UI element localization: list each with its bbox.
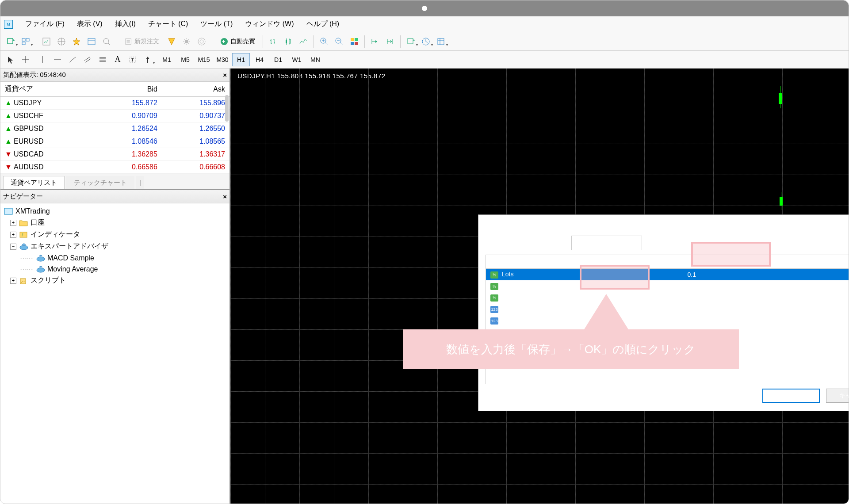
mw-row-gbpusd[interactable]: ▲GBPUSD1.265241.26550 [0, 122, 229, 135]
svg-point-10 [198, 38, 205, 45]
crosshair-button[interactable] [19, 53, 32, 66]
menu-chart[interactable]: チャート (C) [148, 19, 188, 29]
horizontal-line-button[interactable] [51, 53, 64, 66]
text-label-button[interactable]: T [126, 53, 139, 66]
collapse-icon[interactable]: − [10, 244, 16, 250]
timeframe-h4[interactable]: H4 [251, 53, 268, 66]
mw-tab-more[interactable]: | [136, 176, 144, 189]
mw-row-eurusd[interactable]: ▲EURUSD1.085461.08565 [0, 135, 229, 148]
expand-icon[interactable]: + [10, 220, 16, 226]
titlebar-handle-icon [422, 6, 427, 11]
dialog-tab-version[interactable]: バージョン情報 [486, 235, 544, 250]
script-icon [19, 277, 28, 285]
auto-trade-button[interactable]: 自動売買 [216, 35, 259, 48]
mw-col-bid[interactable]: Bid [94, 82, 162, 97]
timeframe-mn[interactable]: MN [306, 53, 324, 66]
svg-point-11 [200, 40, 203, 43]
market-watch-table: 通貨ペア Bid Ask ▲USDJPY155.872155.896▲USDCH… [0, 82, 229, 174]
market-watch-close-icon[interactable]: × [223, 71, 227, 79]
mw-tab-tick[interactable]: ティックチャート [66, 176, 134, 189]
param-row[interactable]: ½MaximumRisk0.02 [486, 280, 849, 292]
data-window-button[interactable] [55, 35, 68, 48]
svg-rect-13 [286, 40, 287, 43]
tree-script[interactable]: + スクリプト [4, 275, 226, 286]
chart-area[interactable]: USDJPY,H1 155.808 155.918 155.767 155.87… [230, 69, 849, 504]
param-type-icon: 123 [490, 317, 498, 325]
fullscreen-button[interactable] [195, 35, 208, 48]
mw-row-usdjpy[interactable]: ▲USDJPY155.872155.896 [0, 97, 229, 110]
dialog-tab-params[interactable]: パラメーターの入力 [571, 236, 642, 250]
text-button[interactable]: A [111, 53, 124, 66]
menu-insert[interactable]: 挿入(I) [115, 19, 136, 29]
templates-button[interactable]: ▾ [434, 35, 447, 48]
shift-chart-button[interactable] [368, 35, 382, 48]
new-chart-button[interactable]: ▾ [4, 35, 17, 48]
options-button[interactable] [180, 35, 193, 48]
mw-row-usdcad[interactable]: ▼USDCAD1.362851.36317 [0, 148, 229, 161]
svg-point-9 [185, 40, 188, 43]
svg-rect-18 [355, 38, 358, 41]
tree-indicator[interactable]: + f インディケータ [4, 229, 226, 241]
autoscroll-button[interactable] [383, 35, 397, 48]
param-row[interactable]: ½DecreaseFactor3.0 [486, 292, 849, 303]
mw-row-audusd[interactable]: ▼AUDUSD0.665860.66608 [0, 161, 229, 174]
zoom-out-button[interactable] [333, 35, 346, 48]
tree-ea-item[interactable]: ⋯⋯MACD Sample [4, 252, 226, 263]
timeframe-m1[interactable]: M1 [158, 53, 176, 66]
profiles-button[interactable]: ▾ [19, 35, 32, 48]
param-row[interactable]: 123MovingShift6 [486, 315, 849, 326]
ok-button[interactable]: OK [762, 389, 820, 403]
timeframe-m15[interactable]: M15 [195, 53, 213, 66]
expand-icon[interactable]: + [10, 232, 16, 238]
fibonacci-button[interactable] [96, 53, 109, 66]
param-type-icon: ½ [490, 294, 498, 302]
tree-account[interactable]: + 口座 [4, 217, 226, 229]
dialog-tab-general[interactable]: 全般 [544, 235, 571, 250]
indicators-button[interactable]: ▾ [404, 35, 417, 48]
svg-rect-26 [4, 208, 12, 214]
tile-windows-button[interactable] [348, 35, 361, 48]
svg-rect-4 [43, 38, 50, 45]
bar-chart-button[interactable] [267, 35, 280, 48]
trendline-button[interactable] [66, 53, 79, 66]
timeframe-m30[interactable]: M30 [214, 53, 231, 66]
mw-row-usdchf[interactable]: ▲USDCHF0.907090.90737 [0, 110, 229, 122]
market-watch-scrollbar[interactable] [225, 95, 229, 122]
mw-col-ask[interactable]: Ask [162, 82, 229, 97]
navigator-button[interactable] [70, 35, 83, 48]
terminal-button[interactable] [85, 35, 98, 48]
param-type-icon: 123 [490, 306, 498, 313]
svg-rect-1 [22, 38, 25, 41]
line-chart-button[interactable] [297, 35, 310, 48]
cancel-button[interactable]: キャンセル [826, 389, 849, 403]
mw-tab-symbols[interactable]: 通貨ペアリスト [3, 176, 65, 189]
market-watch-button[interactable] [40, 35, 53, 48]
menu-help[interactable]: ヘルプ (H) [306, 19, 340, 29]
timeframe-h1[interactable]: H1 [232, 53, 250, 66]
timeframe-w1[interactable]: W1 [288, 53, 306, 66]
menu-tool[interactable]: ツール (T) [200, 19, 233, 29]
candle-chart-button[interactable] [282, 35, 295, 48]
metaeditor-button[interactable] [165, 35, 178, 48]
menu-file[interactable]: ファイル (F) [25, 19, 65, 29]
tree-ea[interactable]: − エキスパートアドバイザ [4, 241, 226, 252]
tree-root[interactable]: XMTrading [4, 206, 226, 217]
param-row[interactable]: ½Lots0.1 [486, 269, 849, 281]
cursor-button[interactable] [4, 53, 17, 66]
new-order-button[interactable]: 新規注文 [121, 35, 163, 48]
strategy-tester-button[interactable] [100, 35, 113, 48]
zoom-in-button[interactable] [317, 35, 331, 48]
mw-col-pair[interactable]: 通貨ペア [0, 82, 94, 97]
param-row[interactable]: 123MovingPeriod12 [486, 303, 849, 315]
arrows-button[interactable]: ▾ [141, 53, 154, 66]
menu-window[interactable]: ウィンドウ (W) [245, 19, 294, 29]
timeframe-d1[interactable]: D1 [269, 53, 287, 66]
vertical-line-button[interactable] [36, 53, 49, 66]
navigator-close-icon[interactable]: × [223, 193, 227, 200]
timeframe-m5[interactable]: M5 [176, 53, 194, 66]
menu-view[interactable]: 表示 (V) [77, 19, 103, 29]
expand-icon[interactable]: + [10, 278, 16, 284]
tree-ea-item[interactable]: ⋯⋯Moving Average [4, 263, 226, 275]
equidistant-channel-button[interactable] [81, 53, 94, 66]
periodicity-button[interactable]: ▾ [419, 35, 432, 48]
